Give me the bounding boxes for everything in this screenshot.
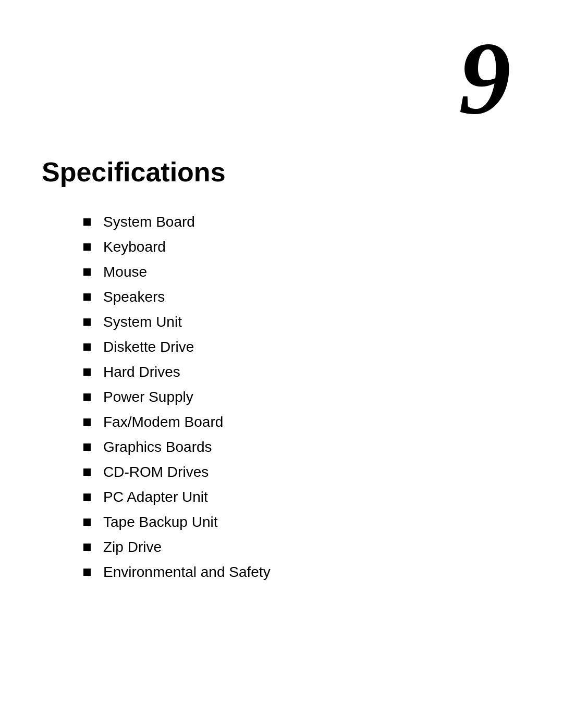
- list-item: Graphics Boards: [83, 439, 521, 455]
- list-item-label: Fax/Modem Board: [103, 414, 223, 430]
- list-item: System Unit: [83, 314, 521, 330]
- list-item-label: CD-ROM Drives: [103, 464, 209, 480]
- list-item-label: Graphics Boards: [103, 439, 212, 455]
- list-item: Zip Drive: [83, 539, 521, 556]
- bullet-icon: [83, 368, 91, 376]
- bullet-icon: [83, 569, 91, 576]
- list-item: Diskette Drive: [83, 339, 521, 355]
- list-item: CD-ROM Drives: [83, 464, 521, 480]
- list-item: Mouse: [83, 264, 521, 280]
- list-item: System Board: [83, 214, 521, 230]
- bullet-icon: [83, 293, 91, 301]
- bullet-icon: [83, 418, 91, 426]
- list-item: Environmental and Safety: [83, 564, 521, 581]
- list-item-label: Speakers: [103, 289, 165, 305]
- list-item: Speakers: [83, 289, 521, 305]
- bullet-icon: [83, 343, 91, 351]
- list-item-label: Diskette Drive: [103, 339, 194, 355]
- bullet-icon: [83, 243, 91, 251]
- bullet-icon: [83, 318, 91, 326]
- bullet-icon: [83, 393, 91, 401]
- list-item: Hard Drives: [83, 364, 521, 380]
- bullet-icon: [83, 519, 91, 526]
- bullet-icon: [83, 268, 91, 276]
- list-item-label: Keyboard: [103, 239, 166, 255]
- list-item-label: Power Supply: [103, 389, 193, 405]
- page-container: 9 Specifications System BoardKeyboardMou…: [0, 0, 563, 728]
- list-item-label: Tape Backup Unit: [103, 514, 217, 530]
- list-item: Power Supply: [83, 389, 521, 405]
- bullet-icon: [83, 218, 91, 226]
- list-item-label: PC Adapter Unit: [103, 489, 208, 505]
- chapter-number: 9: [459, 26, 511, 130]
- bullet-icon: [83, 443, 91, 451]
- chapter-title: Specifications: [42, 156, 521, 188]
- bullet-icon: [83, 493, 91, 501]
- list-item-label: Zip Drive: [103, 539, 162, 556]
- list-item-label: Environmental and Safety: [103, 564, 271, 581]
- list-item-label: System Unit: [103, 314, 182, 330]
- toc-list: System BoardKeyboardMouseSpeakersSystem …: [83, 214, 521, 581]
- list-item-label: System Board: [103, 214, 195, 230]
- list-item: Fax/Modem Board: [83, 414, 521, 430]
- list-item-label: Mouse: [103, 264, 147, 280]
- list-item: PC Adapter Unit: [83, 489, 521, 505]
- bullet-icon: [83, 468, 91, 476]
- list-item-label: Hard Drives: [103, 364, 180, 380]
- list-item: Keyboard: [83, 239, 521, 255]
- list-item: Tape Backup Unit: [83, 514, 521, 530]
- bullet-icon: [83, 544, 91, 551]
